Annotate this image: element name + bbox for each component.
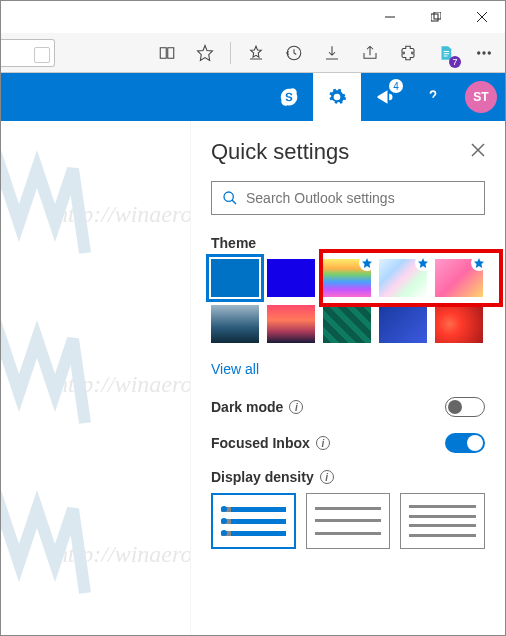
browser-toolbar: 7: [1, 33, 505, 73]
outlook-header: 4 ST: [1, 73, 505, 121]
premium-star-icon: [415, 255, 431, 271]
dark-mode-toggle[interactable]: [445, 397, 485, 417]
theme-section-label: Theme: [211, 235, 485, 251]
favorite-star-icon[interactable]: [188, 36, 222, 70]
reading-view-icon[interactable]: [150, 36, 184, 70]
theme-swatch-wave[interactable]: [211, 305, 259, 343]
theme-swatch-rainbow[interactable]: [323, 259, 371, 297]
view-all-themes-link[interactable]: View all: [211, 361, 259, 377]
watermark-logo: [0, 151, 91, 271]
extensions-icon[interactable]: [391, 36, 425, 70]
settings-search-box[interactable]: [211, 181, 485, 215]
account-avatar[interactable]: ST: [465, 81, 497, 113]
theme-swatch-darkblue[interactable]: [267, 259, 315, 297]
theme-swatch-letters[interactable]: [379, 305, 427, 343]
window-close-button[interactable]: [459, 1, 505, 33]
premium-star-icon: [359, 255, 375, 271]
window-titlebar: [1, 1, 505, 33]
skype-button[interactable]: [265, 73, 313, 121]
svg-point-8: [488, 51, 490, 53]
premium-star-icon: [471, 255, 487, 271]
display-density-options: [211, 493, 485, 549]
theme-grid: [211, 259, 485, 343]
search-icon: [222, 190, 238, 206]
density-option-full[interactable]: [211, 493, 296, 549]
help-button[interactable]: [409, 73, 457, 121]
settings-search-input[interactable]: [246, 190, 474, 206]
display-density-label: Display density: [211, 469, 314, 485]
density-option-medium[interactable]: [306, 493, 391, 549]
watermark-logo: [0, 321, 91, 441]
whats-new-badge: 4: [389, 79, 403, 93]
close-panel-button[interactable]: [471, 143, 485, 161]
focused-inbox-label: Focused Inbox: [211, 435, 310, 451]
history-icon[interactable]: [277, 36, 311, 70]
svg-line-12: [232, 200, 236, 204]
settings-gear-button[interactable]: [313, 73, 361, 121]
svg-point-7: [483, 51, 485, 53]
density-option-compact[interactable]: [400, 493, 485, 549]
theme-swatch-blue[interactable]: [211, 259, 259, 297]
quick-settings-panel: Quick settings Theme View all Dark mode …: [190, 121, 505, 635]
info-icon[interactable]: i: [289, 400, 303, 414]
info-icon[interactable]: i: [320, 470, 334, 484]
theme-swatch-sunset[interactable]: [267, 305, 315, 343]
separator: [230, 42, 231, 64]
panel-title: Quick settings: [211, 139, 349, 165]
svg-point-11: [224, 192, 233, 201]
share-icon[interactable]: [353, 36, 387, 70]
notes-icon[interactable]: 7: [429, 36, 463, 70]
watermark-logo: [0, 491, 91, 611]
notes-badge: 7: [449, 56, 461, 68]
info-icon[interactable]: i: [316, 436, 330, 450]
dark-mode-label: Dark mode: [211, 399, 283, 415]
focused-inbox-toggle[interactable]: [445, 433, 485, 453]
window-maximize-button[interactable]: [413, 1, 459, 33]
address-bar-fragment[interactable]: [1, 39, 55, 67]
favorites-list-icon[interactable]: [239, 36, 273, 70]
more-icon[interactable]: [467, 36, 501, 70]
theme-swatch-unicorn[interactable]: [435, 259, 483, 297]
window-minimize-button[interactable]: [367, 1, 413, 33]
theme-swatch-circuit[interactable]: [323, 305, 371, 343]
svg-point-6: [478, 51, 480, 53]
theme-swatch-ribbons[interactable]: [379, 259, 427, 297]
theme-swatch-blur-red[interactable]: [435, 305, 483, 343]
whats-new-button[interactable]: 4: [361, 73, 409, 121]
downloads-icon[interactable]: [315, 36, 349, 70]
